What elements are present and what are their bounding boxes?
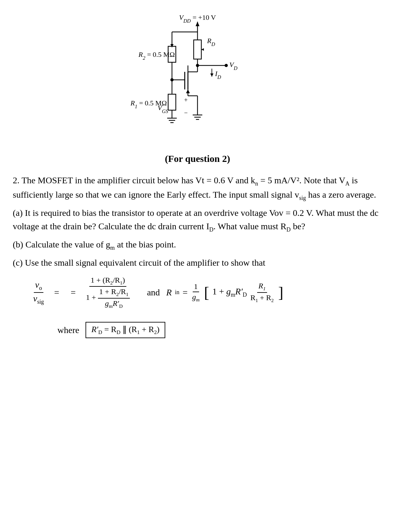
nested-num: 1 + R2/R1 bbox=[98, 287, 130, 299]
rhs-numerator: 1 + (R2/R1) bbox=[89, 276, 126, 287]
gm-sub-nested: m bbox=[109, 303, 113, 309]
parallel-symbol: ‖ bbox=[123, 325, 127, 334]
circuit-svg: VDD = +10 V RD VD bbox=[102, 13, 293, 147]
gm-sub-bracket: m bbox=[231, 292, 235, 298]
svg-rect-26 bbox=[168, 94, 176, 110]
problem-number: 2. bbox=[13, 175, 19, 185]
rhs-denominator: 1 + 1 + R2/R1 gmR′D bbox=[85, 287, 131, 309]
r2-where-sub: 2 bbox=[154, 329, 157, 335]
rd-where-sub: D bbox=[116, 329, 120, 335]
vsig-subscript: sig bbox=[299, 194, 306, 201]
problem-text: 2. The MOSFET in the amplifier circuit b… bbox=[13, 174, 382, 270]
id-sub-a: D bbox=[209, 226, 213, 232]
vd-label: VD bbox=[229, 61, 237, 71]
formula-section: vo vsig = = 1 + (R2/R1) 1 + 1 + R2/R1 gm… bbox=[13, 276, 382, 338]
r2-sub-den: 2 bbox=[271, 298, 274, 303]
id-label: ID bbox=[215, 70, 221, 80]
part-c-text: (c) Use the small signal equivalent circ… bbox=[13, 256, 382, 270]
caption-text: (For question 2) bbox=[165, 153, 230, 164]
r2-label: R2 = 0.5 MΩ bbox=[138, 50, 175, 61]
part-a-text: (a) It is required to bias the transisto… bbox=[13, 206, 382, 234]
rin-coeff-den: gm bbox=[191, 292, 201, 303]
bracket-content: 1 + gmR′D R1 R1 + R2 bbox=[212, 282, 275, 303]
gm-sub-rin: m bbox=[196, 297, 199, 302]
svg-rect-3 bbox=[194, 40, 201, 59]
r1-sub-bracket: 1 bbox=[263, 286, 266, 291]
show-that-text: show that bbox=[231, 258, 265, 268]
where-row: where R′D = RD ‖ (R1 + R2) bbox=[57, 322, 165, 338]
r2-sub-rhs: 2 bbox=[110, 280, 113, 285]
nested-frac: 1 + R2/R1 gmR′D bbox=[98, 287, 130, 309]
rin-coeff-frac: 1 gm bbox=[191, 282, 201, 303]
r1-r2-frac: R1 R1 + R2 bbox=[249, 282, 275, 303]
r1-where-sub: 1 bbox=[137, 329, 139, 335]
va-subscript: A bbox=[345, 180, 349, 187]
lhs-denominator: vsig bbox=[32, 293, 45, 305]
plus-sign: + bbox=[184, 96, 188, 103]
circuit-diagram: VDD = +10 V RD VD bbox=[13, 10, 382, 147]
lhs-numerator: vo bbox=[34, 280, 43, 293]
rin-symbol: R bbox=[166, 287, 172, 298]
rd-label: RD bbox=[207, 37, 215, 47]
right-bracket: ] bbox=[278, 285, 283, 300]
r1-sub-nested: 1 bbox=[126, 292, 129, 297]
vo-sub: o bbox=[39, 285, 42, 291]
id-arrow bbox=[210, 73, 213, 77]
r2-arrow bbox=[170, 44, 174, 47]
eq2: = bbox=[68, 287, 78, 298]
mosfet-arrow bbox=[186, 89, 190, 93]
nested-den: gmR′D bbox=[104, 299, 124, 309]
problem-intro: 2. The MOSFET in the amplifier circuit b… bbox=[13, 174, 382, 202]
rd-prime-definition: R′D = RD ‖ (R1 + R2) bbox=[86, 322, 165, 338]
r2-sub-nested: 2 bbox=[116, 292, 119, 297]
rin-sub: in bbox=[175, 289, 179, 296]
where-label: where bbox=[57, 325, 79, 335]
lhs-fraction: vo vsig bbox=[32, 280, 45, 305]
and-label: and bbox=[147, 287, 160, 298]
part-b-text: (b) Calculate the value of gm at the bia… bbox=[13, 238, 382, 252]
r1-sub-rhs: 1 bbox=[120, 280, 123, 285]
r1-sub-den: 1 bbox=[256, 298, 258, 303]
r1-r2-num: R1 bbox=[257, 282, 267, 293]
eq1: = bbox=[52, 287, 62, 298]
rd-prime-sub: D bbox=[119, 303, 123, 309]
gm-sub-b: m bbox=[110, 244, 115, 251]
vsig-sub-formula: sig bbox=[37, 298, 44, 305]
main-formula-row: vo vsig = = 1 + (R2/R1) 1 + 1 + R2/R1 gm… bbox=[32, 276, 283, 309]
rd-prime-bracket: D bbox=[243, 292, 247, 298]
rd-prime-where-sub: D bbox=[98, 329, 102, 335]
rhs-fraction: 1 + (R2/R1) 1 + 1 + R2/R1 gmR′D bbox=[85, 276, 131, 309]
rin-formula: Rin = 1 gm [ 1 + gmR′D R1 R1 + R2 ] bbox=[166, 282, 283, 303]
left-bracket: [ bbox=[204, 285, 209, 300]
rd-sub-a: D bbox=[287, 226, 291, 232]
r1-r2-den: R1 + R2 bbox=[249, 293, 275, 303]
vdd-arrow bbox=[196, 22, 199, 26]
rin-coeff-num: 1 bbox=[193, 282, 199, 292]
kn-subscript: n bbox=[255, 180, 258, 187]
circuit-caption: (For question 2) bbox=[13, 153, 382, 164]
rin-eq: = bbox=[183, 287, 188, 298]
minus-sign: − bbox=[184, 109, 188, 116]
